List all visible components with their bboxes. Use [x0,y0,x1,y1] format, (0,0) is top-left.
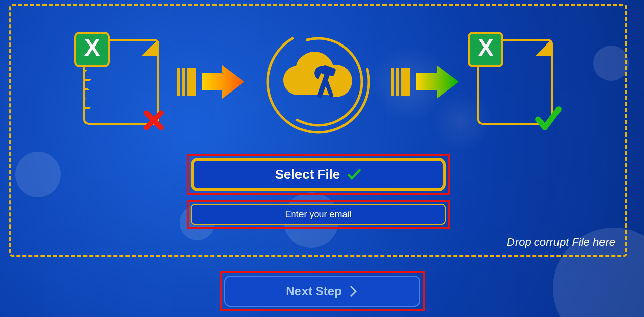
excel-badge-icon: X [74,32,110,67]
email-input[interactable] [191,204,446,225]
repair-flow-diagram: X [83,26,553,138]
error-cross-icon [141,108,166,133]
chevron-right-icon [348,285,358,297]
corrupt-file-icon: X [83,39,159,125]
check-icon [347,167,361,182]
select-file-button[interactable]: Select File [191,158,446,191]
next-step-button[interactable]: Next Step [224,276,420,307]
arrow-right-icon [177,64,245,100]
cloud-repair-icon [263,26,374,138]
highlight-box: Next Step [220,271,425,311]
excel-badge-icon: X [468,32,503,67]
drop-zone[interactable]: X [9,4,627,257]
drop-hint-text: Drop corrupt File here [507,236,615,249]
success-check-icon [535,105,562,132]
highlight-box: Select File [187,154,450,195]
next-step-label: Next Step [286,284,342,298]
controls-panel: Select File [187,154,450,234]
highlight-box [187,200,450,229]
select-file-label: Select File [275,167,340,183]
arrow-right-icon [391,64,460,100]
repaired-file-icon: X [477,39,553,125]
